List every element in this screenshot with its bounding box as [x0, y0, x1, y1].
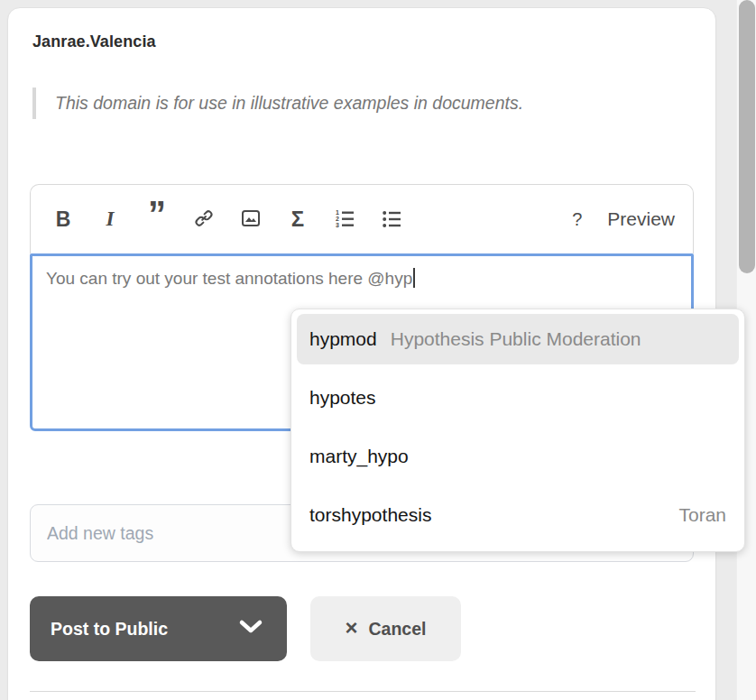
card-divider [30, 691, 696, 692]
annotation-app: Janrae.Valencia This domain is for use i… [0, 0, 756, 700]
mention-item[interactable]: hypotes [297, 373, 739, 423]
unordered-list-icon [381, 207, 402, 232]
blockquote-button[interactable]: ” [134, 198, 180, 240]
svg-text:1: 1 [336, 209, 339, 216]
mention-username: hypmod [309, 328, 377, 350]
link-icon [193, 207, 215, 232]
mention-item[interactable]: hypmodHypothesis Public Moderation [297, 314, 739, 364]
scrollbar-thumb[interactable] [739, 0, 755, 273]
annotation-author[interactable]: Janrae.Valencia [32, 32, 156, 51]
editor-toolbar: B I ” [30, 184, 694, 253]
italic-button[interactable]: I [87, 198, 134, 240]
ordered-list-icon: 1 2 3 [334, 207, 355, 232]
mention-username: hypotes [309, 387, 376, 409]
bullet-list-button[interactable] [368, 198, 415, 240]
post-to-public-button[interactable]: Post to Public [30, 596, 287, 661]
svg-text:2: 2 [336, 216, 339, 222]
annotation-text: You can try out your test annotations he… [46, 269, 412, 288]
italic-icon: I [106, 207, 115, 231]
insert-math-button[interactable]: Σ [274, 198, 321, 240]
post-button-label: Post to Public [51, 619, 168, 640]
mention-display-name: Hypothesis Public Moderation [391, 328, 641, 350]
sigma-icon: Σ [291, 207, 304, 232]
chevron-down-icon [238, 619, 263, 640]
mention-display-name: Toran [678, 504, 726, 526]
quote-icon: ” [148, 209, 166, 229]
quoted-text: This domain is for use in illustrative e… [32, 88, 551, 119]
text-cursor [413, 268, 415, 288]
close-icon: × [346, 617, 358, 639]
mention-item[interactable]: marty_hypo [297, 431, 739, 482]
mention-username: marty_hypo [309, 446, 409, 467]
action-buttons: Post to Public × Cancel [30, 596, 461, 661]
cancel-button[interactable]: × Cancel [310, 596, 461, 661]
numbered-list-button[interactable]: 1 2 3 [321, 198, 368, 240]
insert-image-button[interactable] [227, 198, 274, 240]
formatting-help-button[interactable]: ? [572, 209, 582, 230]
svg-text:3: 3 [336, 222, 339, 228]
toolbar-right-group: ? Preview [572, 208, 675, 230]
mention-suggestions-menu: hypmodHypothesis Public Moderationhypote… [290, 309, 745, 552]
insert-link-button[interactable] [180, 198, 227, 240]
mention-username: torshypothesis [309, 504, 431, 526]
image-icon [240, 207, 262, 232]
cancel-button-label: Cancel [369, 619, 427, 640]
mention-item[interactable]: torshypothesisToran [297, 490, 739, 540]
bold-icon: B [56, 207, 71, 232]
bold-button[interactable]: B [40, 198, 87, 240]
preview-button[interactable]: Preview [607, 208, 675, 230]
